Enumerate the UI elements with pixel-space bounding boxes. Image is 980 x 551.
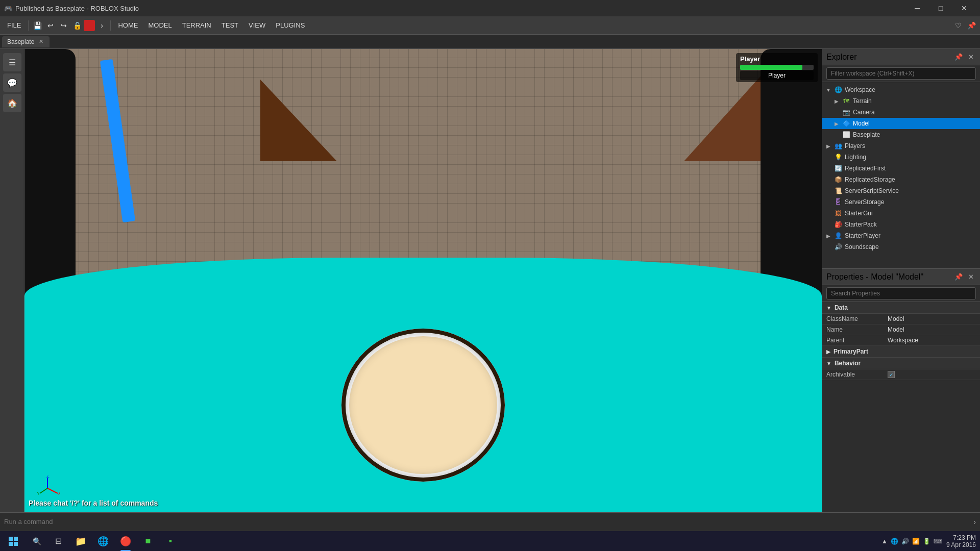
players-expand-btn[interactable]: ▶ (824, 142, 832, 150)
terrain-expand-btn[interactable]: ▶ (832, 97, 841, 105)
tab-close-icon[interactable]: ✕ (37, 38, 44, 45)
menu-plugins[interactable]: PLUGINS (271, 19, 310, 31)
baseplate-icon: ⬜ (842, 130, 851, 139)
minimize-button[interactable]: ─ (905, 0, 929, 16)
toolbar-more[interactable]: › (95, 19, 108, 32)
clock-date: 9 Apr 2016 (946, 541, 976, 548)
tab-baseplate-label: Baseplate (7, 38, 34, 45)
toolbar-save[interactable]: 💾 (31, 19, 44, 32)
side-chat-button[interactable]: 💬 (3, 73, 21, 92)
server-script-icon: 📜 (834, 186, 843, 195)
tree-item-terrain[interactable]: ▶ 🗺 Terrain (822, 95, 980, 107)
explorer-close-button[interactable]: ✕ (966, 52, 976, 62)
menu-separator-2 (110, 20, 111, 31)
taskbar-search-button[interactable]: 🔍 (27, 531, 47, 552)
explorer-search-input[interactable] (826, 67, 976, 80)
lighting-icon: 💡 (834, 153, 843, 162)
viewport[interactable]: Player Player Please chat '/?' for a lis… (24, 49, 822, 512)
taskbar-browser[interactable]: 🌐 (92, 531, 114, 552)
tree-item-soundscape[interactable]: ▶ 🔊 Soundscape (822, 241, 980, 253)
taskbar-roblox-studio[interactable]: 🔴 (114, 531, 137, 552)
svg-rect-7 (14, 537, 18, 541)
workspace-icon: 🌐 (834, 85, 843, 94)
tray-arrow-icon[interactable]: ▲ (881, 538, 888, 545)
tree-item-players[interactable]: ▶ 👥 Players (822, 140, 980, 152)
volume-icon[interactable]: 🔊 (901, 538, 909, 545)
properties-search-input[interactable] (826, 287, 976, 299)
tree-item-starter-gui[interactable]: ▶ 🖼 StarterGui (822, 208, 980, 219)
prop-classname: ClassName Model (822, 314, 980, 324)
tree-item-starter-player[interactable]: ▶ 👤 StarterPlayer (822, 230, 980, 241)
tree-item-baseplate[interactable]: ▶ ⬜ Baseplate (822, 129, 980, 140)
camera-label: Camera (853, 109, 978, 116)
archivable-checkbox[interactable]: ✓ (888, 371, 895, 378)
side-menu-button[interactable]: ☰ (3, 53, 21, 71)
menu-view[interactable]: VIEW (243, 19, 271, 31)
toolbar-lock[interactable]: 🔒 (70, 19, 84, 32)
tree-item-workspace[interactable]: ▼ 🌐 Workspace (822, 84, 980, 95)
menu-terrain[interactable]: TERRAIN (177, 19, 216, 31)
prop-name[interactable]: Name (822, 324, 980, 335)
properties-pin-button[interactable]: 📌 (953, 272, 964, 282)
workspace-expand-btn[interactable]: ▼ (824, 86, 832, 94)
battery-icon[interactable]: 🔋 (923, 538, 930, 545)
maximize-button[interactable]: □ (929, 0, 952, 16)
toolbar-red[interactable] (84, 20, 95, 31)
toolbar-undo[interactable]: ↩ (44, 19, 57, 32)
system-clock[interactable]: 7:23 PM 9 Apr 2016 (946, 534, 980, 548)
side-toolbar: ☰ 💬 🏠 (0, 49, 24, 512)
tree-item-server-storage[interactable]: ▶ 🗄 ServerStorage (822, 196, 980, 208)
tree-item-lighting[interactable]: ▶ 💡 Lighting (822, 152, 980, 163)
prop-name-value[interactable] (888, 326, 976, 333)
properties-actions: 📌 ✕ (953, 272, 976, 282)
pin-btn[interactable]: 📌 (965, 19, 978, 32)
favorite-btn[interactable]: ♡ (951, 19, 965, 32)
primarypart-section-header[interactable]: ▶ PrimaryPart (822, 346, 980, 358)
data-section-header[interactable]: ▼ Data (822, 302, 980, 314)
taskbar-task-view[interactable]: ⊟ (47, 531, 69, 552)
menu-home[interactable]: HOME (113, 19, 143, 31)
tab-baseplate[interactable]: Baseplate ✕ (2, 36, 50, 47)
prop-archivable[interactable]: Archivable ✓ (822, 369, 980, 380)
tree-item-starter-pack[interactable]: ▶ 🎒 StarterPack (822, 219, 980, 230)
start-button[interactable] (0, 531, 27, 552)
tree-item-server-script[interactable]: ▶ 📜 ServerScriptService (822, 185, 980, 196)
toolbar-redo[interactable]: ↪ (57, 19, 70, 32)
tree-item-camera[interactable]: ▶ 📷 Camera (822, 107, 980, 118)
behavior-section-arrow: ▼ (826, 361, 831, 366)
network-icon[interactable]: 📶 (912, 538, 920, 545)
model-expand-btn[interactable]: ▶ (832, 119, 841, 128)
explorer-pin-button[interactable]: 📌 (953, 52, 964, 62)
camera-icon: 📷 (842, 108, 851, 117)
side-home-button[interactable]: 🏠 (3, 94, 21, 112)
svg-rect-6 (9, 537, 13, 541)
starter-player-expand-btn[interactable]: ▶ (824, 232, 832, 240)
data-section-label: Data (835, 304, 848, 311)
behavior-section-header[interactable]: ▼ Behavior (822, 358, 980, 369)
tree-item-model[interactable]: ▶ 🔷 Model (822, 118, 980, 129)
command-arrow-icon[interactable]: › (973, 518, 976, 526)
command-input[interactable] (4, 518, 973, 525)
menu-model[interactable]: MODEL (143, 19, 177, 31)
properties-close-button[interactable]: ✕ (966, 272, 976, 282)
tree-item-replicated-first[interactable]: ▶ 🔄 ReplicatedFirst (822, 163, 980, 174)
command-bar: › (0, 512, 980, 531)
properties-header: Properties - Model "Model" 📌 ✕ (822, 269, 980, 285)
tree-item-replicated-storage[interactable]: ▶ 📦 ReplicatedStorage (822, 174, 980, 185)
task-view-icon: ⊟ (55, 536, 62, 546)
tab-bar: Baseplate ✕ (0, 35, 980, 49)
prop-name-label: Name (826, 326, 888, 333)
player-hud-title: Player (740, 55, 814, 63)
taskbar-app-other[interactable]: ▪ (159, 531, 182, 552)
menu-test[interactable]: TEST (216, 19, 243, 31)
svg-text:Y: Y (37, 491, 40, 496)
player-character (341, 329, 505, 482)
taskbar-file-explorer[interactable]: 📁 (69, 531, 92, 552)
svg-text:X: X (58, 491, 60, 496)
close-button[interactable]: ✕ (952, 0, 976, 16)
keyboard-icon[interactable]: ⌨ (934, 538, 942, 545)
prop-name-input[interactable] (888, 326, 976, 333)
starter-player-icon: 👤 (834, 231, 843, 240)
taskbar-app-green[interactable]: ■ (137, 531, 159, 552)
menu-file[interactable]: FILE (2, 19, 26, 31)
